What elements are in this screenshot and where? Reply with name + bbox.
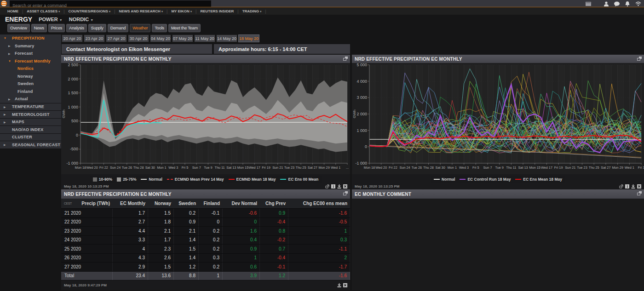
sidebar-item-actual[interactable]: ▶Actual — [0, 95, 61, 103]
cell: 1.4 — [174, 236, 199, 245]
legend-swatch — [117, 177, 121, 182]
connection-icon[interactable] — [635, 1, 641, 6]
tab-overview[interactable]: Overview — [7, 24, 30, 32]
date-tab-27-apr-20[interactable]: 27 Apr 20 — [106, 34, 127, 42]
date-tab-14-may-20[interactable]: 14 May 20 — [216, 34, 237, 42]
popout-icon[interactable]: ⧉ — [343, 57, 348, 61]
tab-supply[interactable]: Supply — [88, 24, 106, 32]
chevron-down-icon: ▾ — [58, 10, 60, 13]
popout-icon[interactable]: ⧉ — [637, 191, 642, 195]
sidebar-item-summary[interactable]: ▶Summary — [0, 42, 61, 50]
popout-icon[interactable] — [619, 184, 623, 188]
sidebar-item-finland[interactable]: Finland — [0, 88, 61, 96]
svg-text:GWh: GWh — [62, 110, 66, 118]
expand-arrow-icon: ▶ — [8, 44, 11, 47]
tab-meet-the-team[interactable]: Meet the Team — [168, 24, 201, 32]
sidebar-item-nao-ao-index[interactable]: NAO/AO INDEX — [0, 126, 61, 133]
power-selector[interactable]: POWER ▼ — [39, 17, 63, 22]
eikon-logo-icon[interactable] — [1, 0, 7, 6]
excel-export-icon[interactable] — [343, 184, 347, 188]
excel-export-icon[interactable] — [637, 184, 641, 188]
cell: 1.4 — [174, 254, 199, 262]
download-icon[interactable] — [337, 184, 341, 188]
sidebar-item-seasonal-forecast[interactable]: ▶SEASONAL FORECAST — [0, 141, 61, 148]
sidebar-item-temperature[interactable]: ▶TEMPERATURE — [0, 103, 61, 111]
menu-divider: | — [63, 9, 64, 14]
menu-home[interactable]: HOME — [7, 9, 18, 13]
menu-reuters-insider[interactable]: REUTERS INSIDER — [200, 9, 234, 13]
sidebar-item-maps[interactable]: ▶MAPS — [0, 118, 61, 126]
menu-news-and-research[interactable]: NEWS AND RESEARCH ▾ — [119, 9, 163, 13]
svg-text:Sat 13: Sat 13 — [226, 165, 236, 170]
column-header-sweden[interactable]: Sweden — [174, 201, 199, 206]
tab-tools[interactable]: Tools — [152, 24, 167, 32]
legend-item: ECMND Mean 18 May — [229, 177, 276, 182]
tab-prices[interactable]: Prices — [48, 24, 65, 32]
cell: 4.3 — [113, 254, 148, 262]
column-header-finland[interactable]: Finland — [199, 201, 223, 206]
tab-demand[interactable]: Demand — [108, 24, 129, 32]
legend-line — [460, 179, 466, 180]
date-tab-20-apr-20[interactable]: 20 Apr 20 — [62, 34, 83, 42]
menu-my-eikon[interactable]: MY EIKON ▾ — [171, 9, 192, 13]
sidebar-item-forecast[interactable]: ▶Forecast — [0, 50, 61, 57]
download-icon[interactable] — [631, 184, 635, 188]
sidebar-item-norway[interactable]: Norway — [0, 73, 61, 80]
svg-text:Thu 11: Thu 11 — [506, 165, 516, 170]
column-header-chg-ec00-ens-mean[interactable]: Chg EC00 ens mean — [288, 201, 350, 206]
chart-left-plot: 2 5002 0001 5001 0005000-500-1 000Mon 18… — [61, 63, 350, 174]
menu-countries-regions[interactable]: COUNTRIES/REGIONS ▾ — [69, 9, 110, 13]
tab-analysis[interactable]: Analysis — [66, 24, 87, 32]
sidebar-item-forecast-monthly[interactable]: ▼Forecast Monthly — [0, 57, 61, 65]
date-tab-23-apr-20[interactable]: 23 Apr 20 — [84, 34, 105, 42]
command-search[interactable] — [10, 0, 211, 7]
sidebar-item-label: MAPS — [12, 120, 24, 124]
menu-asset-classes[interactable]: ASSET CLASSES ▾ — [27, 9, 60, 13]
contact-meteorologist-banner[interactable]: Contact Meteorologist on Eikon Messenger — [62, 44, 212, 54]
sidebar-item-meteorologist[interactable]: ▶METEOROLOGIST — [0, 110, 61, 118]
app-menu-icon[interactable] — [586, 2, 591, 6]
column-header-norway[interactable]: Norway — [148, 201, 174, 206]
date-tab-11-may-20[interactable]: 11 May 20 — [194, 34, 215, 42]
row-label: 21 2020 — [61, 209, 113, 217]
date-tab-30-apr-20[interactable]: 30 Apr 20 — [128, 34, 149, 42]
svg-text:4 000: 4 000 — [356, 79, 367, 84]
sidebar-item-precipitation[interactable]: ▼PRECIPITATION — [0, 34, 61, 42]
alerts-icon[interactable] — [625, 1, 630, 6]
svg-text:Fri 19: Fri 19 — [554, 165, 563, 170]
cell: 2.1 — [174, 227, 199, 235]
cell: 0.2 — [199, 236, 223, 245]
sidebar-item-nordics[interactable]: Nordics — [0, 65, 61, 73]
chart-right-title: NRD EFFECTIVE PRECIPITATION EC MONTHLY — [355, 57, 462, 62]
cell: 1.5 — [148, 209, 174, 217]
menu-trading[interactable]: TRADING ▾ — [242, 9, 262, 13]
profile-icon[interactable] — [604, 1, 609, 6]
svg-text:Mon 15: Mon 15 — [529, 165, 540, 170]
info-icon[interactable] — [331, 184, 335, 188]
column-header-ec-monthly[interactable]: EC Monthly — [113, 201, 148, 206]
messenger-icon[interactable] — [614, 1, 620, 6]
region-selector[interactable]: NORDIC ▼ — [69, 17, 93, 22]
legend-line — [280, 179, 286, 180]
column-header-chg-prev[interactable]: Chg Prev — [260, 201, 288, 206]
menu-divider: | — [167, 9, 167, 14]
date-tab-18-may-20[interactable]: 18 May 20 — [238, 34, 259, 42]
sidebar-item-cluster[interactable]: CLUSTER — [0, 133, 61, 141]
popout-icon[interactable]: ⧉ — [343, 191, 348, 195]
svg-text:Fri 19: Fri 19 — [262, 165, 270, 170]
popout-icon[interactable] — [325, 184, 329, 188]
excel-export-icon[interactable] — [343, 283, 347, 287]
date-tab-07-may-20[interactable]: 07 May 20 — [172, 34, 193, 42]
sidebar-item-sweden[interactable]: Sweden — [0, 80, 61, 88]
legend-item: EC Ens 00 Mean — [280, 177, 318, 182]
popout-icon[interactable]: ⧉ — [637, 57, 642, 61]
table-row: 26 20204.32.61.40.31-0.42 — [61, 254, 350, 263]
info-icon[interactable] — [625, 184, 629, 188]
download-icon[interactable] — [337, 283, 341, 287]
row-label: 23 2020 — [61, 227, 113, 235]
tab-news[interactable]: News — [31, 24, 47, 32]
column-header-dev-normal[interactable]: Dev Normal — [223, 201, 260, 206]
tab-weather[interactable]: Weather — [130, 24, 150, 32]
date-tab-04-may-20[interactable]: 04 May 20 — [150, 34, 171, 42]
sidebar-item-label: PRECIPITATION — [12, 36, 45, 40]
